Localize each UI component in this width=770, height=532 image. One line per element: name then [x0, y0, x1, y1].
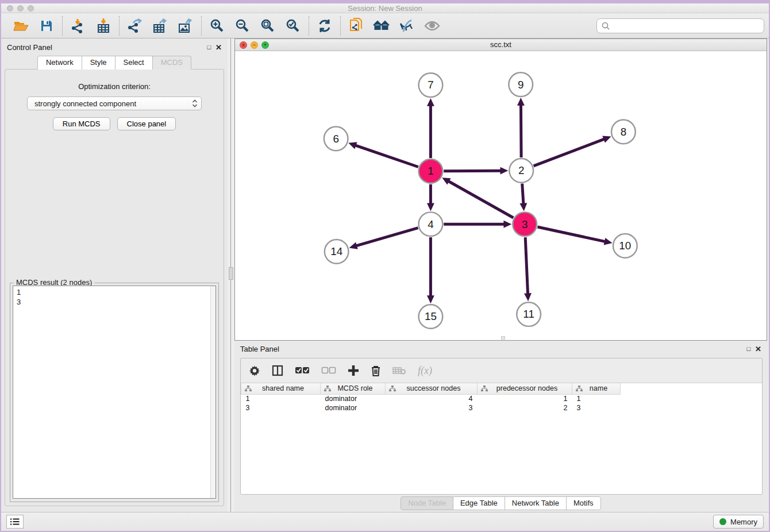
export-image-icon[interactable]	[177, 17, 194, 34]
column-header-successor-nodes[interactable]: successor nodes	[386, 383, 478, 394]
birdseye-view-icon[interactable]	[424, 17, 441, 34]
edge-1-2[interactable]	[444, 171, 502, 171]
zoom-in-icon[interactable]	[209, 17, 226, 34]
task-history-button[interactable]	[6, 515, 24, 529]
panel-splitter[interactable]	[228, 38, 234, 512]
graph-node-8[interactable]: 8	[611, 119, 636, 144]
cell-shared-name[interactable]: 3	[241, 403, 321, 413]
network-canvas[interactable]: 7968124314101511	[235, 51, 767, 340]
network-graph[interactable]: 7968124314101511	[235, 51, 767, 340]
graph-node-6[interactable]: 6	[324, 126, 348, 151]
control-panel-float-icon[interactable]: □	[207, 44, 211, 51]
graph-node-2[interactable]: 2	[509, 159, 533, 183]
control-tab-select[interactable]: Select	[115, 56, 153, 70]
edge-3-10[interactable]	[537, 227, 606, 242]
app-maximize-button[interactable]	[28, 5, 34, 11]
app-close-button[interactable]	[7, 5, 13, 11]
control-tab-mcds[interactable]: MCDS	[152, 56, 191, 70]
delete-column-icon[interactable]	[371, 365, 381, 376]
function-builder-icon[interactable]: f(x)	[418, 365, 432, 377]
hide-panels-icon[interactable]	[398, 17, 415, 34]
cell-shared-name[interactable]: 1	[241, 394, 321, 403]
node-label: 4	[428, 218, 433, 230]
table-row[interactable]: 1dominator411	[241, 394, 621, 403]
export-table-icon[interactable]	[152, 17, 169, 34]
import-network-icon[interactable]	[70, 17, 87, 34]
graph-node-15[interactable]: 15	[419, 304, 443, 329]
edge-3-1[interactable]	[448, 180, 513, 218]
zoom-selected-icon[interactable]	[284, 17, 302, 34]
edge-2-3[interactable]	[522, 184, 523, 205]
zoom-out-icon[interactable]	[234, 17, 251, 34]
edge-1-6[interactable]	[355, 145, 418, 167]
cell-mcds-role[interactable]: dominator	[321, 394, 386, 403]
criterion-dropdown[interactable]: strongly connected component	[27, 97, 202, 110]
table-tab-edge-table[interactable]: Edge Table	[453, 496, 505, 510]
close-panel-button[interactable]: Close panel	[117, 117, 176, 130]
column-header-name[interactable]: name	[572, 383, 621, 394]
zoom-fit-icon[interactable]	[259, 17, 276, 34]
save-session-icon[interactable]	[38, 17, 55, 34]
network-minimize-button[interactable]: −	[251, 41, 258, 49]
table-panel-float-icon[interactable]: □	[746, 346, 750, 352]
result-scrollbar[interactable]	[210, 286, 215, 498]
show-column-icon[interactable]	[272, 365, 283, 376]
column-header-predecessor-nodes[interactable]: predecessor nodes	[478, 383, 572, 394]
run-mcds-button[interactable]: Run MCDS	[53, 117, 110, 130]
export-network-icon[interactable]	[126, 17, 144, 34]
select-all-columns-icon[interactable]	[295, 367, 310, 375]
import-table-icon[interactable]	[95, 17, 112, 34]
table-container: f(x) shared nameMCDS rolesuccessor nodes…	[240, 358, 763, 495]
table-panel-close-icon[interactable]: ✕	[755, 345, 761, 353]
memory-status-icon	[719, 518, 726, 525]
edge-4-14[interactable]	[355, 228, 418, 246]
canvas-resize-handle[interactable]	[501, 336, 505, 340]
network-maximize-button[interactable]: +	[261, 41, 269, 49]
cell-name[interactable]: 3	[572, 403, 621, 413]
table-tab-network-table[interactable]: Network Table	[505, 496, 567, 510]
mcds-result-text[interactable]: 1 3	[13, 286, 216, 499]
home-layout-icon[interactable]	[373, 17, 390, 34]
table-options-icon[interactable]	[249, 365, 260, 376]
open-session-icon[interactable]	[13, 17, 30, 34]
edge-2-9[interactable]	[521, 104, 521, 157]
table-tab-node-table[interactable]: Node Table	[401, 496, 453, 510]
apply-layout-icon[interactable]	[316, 17, 333, 34]
graph-node-1[interactable]: 1	[419, 159, 443, 183]
column-header-mcds-role[interactable]: MCDS role	[321, 383, 386, 394]
app-minimize-button[interactable]	[17, 5, 24, 11]
node-label: 15	[425, 310, 437, 322]
dropdown-stepper-icon	[192, 99, 198, 107]
edge-2-8[interactable]	[534, 138, 606, 165]
graph-node-7[interactable]: 7	[419, 73, 443, 97]
control-tab-style[interactable]: Style	[82, 56, 116, 70]
splitter-handle[interactable]	[229, 267, 233, 280]
edge-3-11[interactable]	[525, 237, 528, 295]
cell-successor-nodes[interactable]: 3	[386, 403, 478, 413]
clone-network-icon[interactable]	[348, 17, 365, 34]
deselect-all-columns-icon[interactable]	[321, 367, 336, 375]
graph-node-11[interactable]: 11	[517, 302, 541, 326]
cell-predecessor-nodes[interactable]: 2	[478, 403, 572, 413]
graph-node-3[interactable]: 3	[513, 212, 537, 236]
add-column-icon[interactable]	[348, 365, 359, 376]
delete-table-icon[interactable]	[392, 366, 406, 375]
search-input[interactable]	[613, 21, 759, 30]
memory-button[interactable]: Memory	[713, 515, 764, 529]
graph-node-4[interactable]: 4	[419, 212, 443, 236]
column-header-shared-name[interactable]: shared name	[241, 383, 321, 394]
cell-mcds-role[interactable]: dominator	[321, 403, 386, 413]
table-tab-motifs[interactable]: Motifs	[566, 496, 601, 510]
node-table-area[interactable]: shared nameMCDS rolesuccessor nodesprede…	[241, 383, 762, 494]
graph-node-14[interactable]: 14	[325, 240, 349, 264]
graph-node-9[interactable]: 9	[509, 72, 533, 97]
network-close-button[interactable]: x	[240, 41, 247, 49]
control-panel-close-icon[interactable]: ✕	[215, 44, 222, 51]
search-box[interactable]	[596, 18, 764, 33]
cell-name[interactable]: 1	[572, 394, 621, 403]
table-row[interactable]: 3dominator323	[241, 403, 621, 413]
control-tab-network[interactable]: Network	[37, 56, 82, 70]
cell-successor-nodes[interactable]: 4	[386, 394, 478, 403]
graph-node-10[interactable]: 10	[613, 234, 637, 258]
cell-predecessor-nodes[interactable]: 1	[478, 394, 572, 403]
